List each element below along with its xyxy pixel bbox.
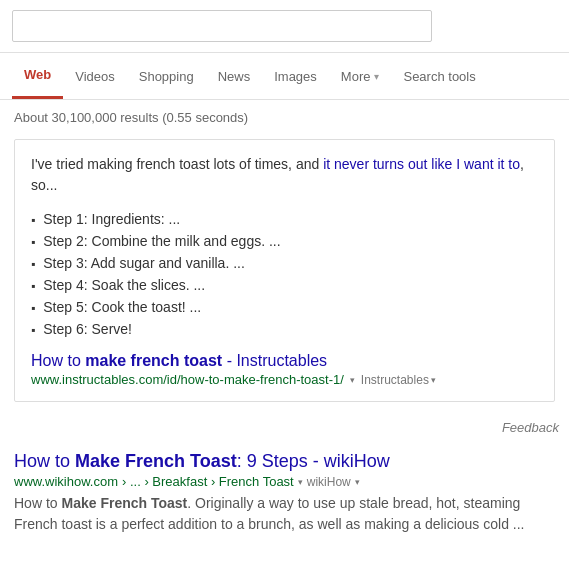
- second-result: How to Make French Toast: 9 Steps - wiki…: [0, 441, 569, 549]
- step-item: Step 1: Ingredients: ...: [31, 208, 538, 230]
- second-result-source: wikiHow: [307, 475, 351, 489]
- tab-videos[interactable]: Videos: [63, 55, 127, 98]
- step-item: Step 6: Serve!: [31, 318, 538, 340]
- chevron-down-icon: ▾: [374, 71, 379, 82]
- step-item: Step 5: Cook the toast! ...: [31, 296, 538, 318]
- results-count: About 30,100,000 results (0.55 seconds): [0, 100, 569, 135]
- step-item: Step 4: Soak the slices. ...: [31, 274, 538, 296]
- feedback-label[interactable]: Feedback: [502, 420, 559, 435]
- search-bar-container: make french toast: [0, 0, 569, 53]
- second-result-breadcrumb: › ... › Breakfast › French Toast: [122, 474, 294, 489]
- tab-news[interactable]: News: [206, 55, 263, 98]
- featured-snippet: I've tried making french toast lots of t…: [14, 139, 555, 402]
- tab-images[interactable]: Images: [262, 55, 329, 98]
- tab-search-tools[interactable]: Search tools: [391, 55, 487, 98]
- tab-more[interactable]: More ▾: [329, 55, 392, 98]
- second-url-dropdown-icon[interactable]: ▾: [298, 477, 303, 487]
- second-result-description: How to Make French Toast. Originally a w…: [14, 493, 555, 535]
- snippet-source-badge: Instructables ▾: [361, 373, 436, 387]
- snippet-result-link[interactable]: How to make french toast - Instructables: [31, 352, 538, 370]
- search-input[interactable]: make french toast: [12, 10, 432, 42]
- step-item: Step 3: Add sugar and vanilla. ...: [31, 252, 538, 274]
- source-dropdown-icon[interactable]: ▾: [431, 375, 436, 385]
- nav-tabs: Web Videos Shopping News Images More ▾ S…: [0, 53, 569, 100]
- second-source-dropdown-icon[interactable]: ▾: [355, 477, 360, 487]
- snippet-url: www.instructables.com/id/how-to-make-fre…: [31, 372, 344, 387]
- second-result-url-row: www.wikihow.com › ... › Breakfast › Fren…: [14, 474, 555, 489]
- snippet-url-row: www.instructables.com/id/how-to-make-fre…: [31, 372, 538, 387]
- step-item: Step 2: Combine the milk and eggs. ...: [31, 230, 538, 252]
- second-result-link[interactable]: How to Make French Toast: 9 Steps - wiki…: [14, 451, 555, 472]
- url-dropdown-icon[interactable]: ▾: [350, 375, 355, 385]
- snippet-text: I've tried making french toast lots of t…: [31, 154, 538, 196]
- tab-web[interactable]: Web: [12, 53, 63, 99]
- tab-shopping[interactable]: Shopping: [127, 55, 206, 98]
- second-result-url: www.wikihow.com: [14, 474, 118, 489]
- feedback-row: Feedback: [0, 416, 569, 441]
- steps-list: Step 1: Ingredients: ... Step 2: Combine…: [31, 208, 538, 340]
